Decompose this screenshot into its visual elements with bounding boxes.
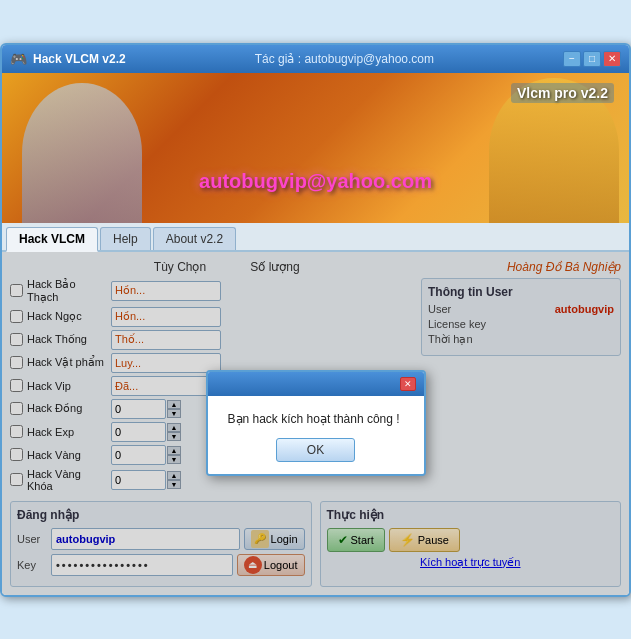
dialog-ok-button[interactable]: OK [276,438,355,462]
dialog-overlay: ✕ Bạn hack kích hoạt thành công ! OK [2,252,629,595]
main-window: 🎮 Hack VLCM v2.2 Tác giả : autobugvip@ya… [0,43,631,597]
dialog-message: Bạn hack kích hoạt thành công ! [228,412,404,426]
banner-figure-left [22,83,142,223]
main-content: Tùy Chọn Số lượng Hack Bảo Thạch Hack Ng… [2,252,629,595]
author-label: Tác giả : autobugvip@yahoo.com [255,52,434,66]
tab-help[interactable]: Help [100,227,151,250]
dialog: ✕ Bạn hack kích hoạt thành công ! OK [206,370,426,476]
header-banner: Vlcm pro v2.2 autobugvip@yahoo.com [2,73,629,223]
dialog-body: Bạn hack kích hoạt thành công ! OK [208,396,424,474]
tab-bar: Hack VLCM Help About v2.2 [2,223,629,252]
window-title: Hack VLCM v2.2 [33,52,126,66]
dialog-close-button[interactable]: ✕ [400,377,416,391]
banner-email: autobugvip@yahoo.com [199,170,432,193]
maximize-button[interactable]: □ [583,51,601,67]
title-bar: 🎮 Hack VLCM v2.2 Tác giả : autobugvip@ya… [2,45,629,73]
app-icon: 🎮 [10,51,27,67]
window-controls: − □ ✕ [563,51,621,67]
close-button[interactable]: ✕ [603,51,621,67]
banner-version: Vlcm pro v2.2 [511,83,614,103]
minimize-button[interactable]: − [563,51,581,67]
title-bar-left: 🎮 Hack VLCM v2.2 [10,51,126,67]
tab-about[interactable]: About v2.2 [153,227,236,250]
tab-hack-vlcm[interactable]: Hack VLCM [6,227,98,252]
dialog-title-bar: ✕ [208,372,424,396]
